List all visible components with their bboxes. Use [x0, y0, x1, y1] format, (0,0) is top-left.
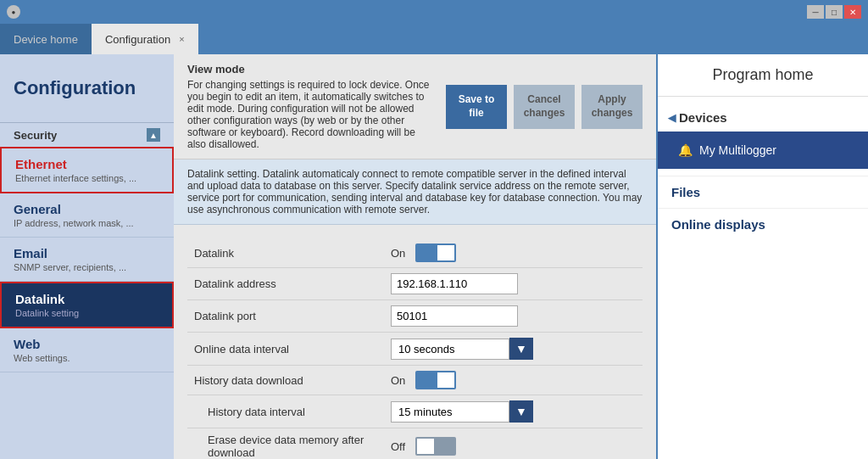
security-section-header: Security ▲ — [0, 122, 174, 147]
config-title: Configuration — [0, 54, 174, 122]
online-interval-value: 10 seconds — [391, 339, 509, 360]
tab-device-home-label: Device home — [14, 33, 78, 46]
devices-label: Devices — [679, 110, 727, 125]
my-multilogger-label: My Multilogger — [699, 143, 776, 157]
setting-value-datalink-address — [391, 273, 643, 294]
close-button[interactable]: ✕ — [844, 5, 861, 19]
sidebar-item-email-title: Email — [14, 246, 160, 260]
main-container: Configuration Security ▲ Ethernet Ethern… — [0, 54, 868, 459]
title-bar: ● ─ □ ✕ — [0, 0, 868, 24]
history-download-toggle-value: On — [391, 374, 405, 387]
title-bar-left: ● — [7, 5, 20, 19]
history-download-toggle-thumb — [437, 372, 454, 388]
datalink-toggle-thumb — [437, 245, 454, 260]
online-interval-dropdown: 10 seconds ▼ — [391, 338, 533, 360]
setting-value-datalink: On — [391, 243, 643, 262]
setting-value-history-interval: 15 minutes ▼ — [391, 400, 643, 423]
erase-data-toggle[interactable] — [415, 437, 456, 456]
app-icon: ● — [7, 5, 20, 19]
history-interval-dropdown: 15 minutes ▼ — [391, 400, 533, 423]
sidebar-item-ethernet-title: Ethernet — [15, 157, 159, 171]
setting-value-datalink-port — [391, 305, 643, 327]
setting-value-history-download: On — [391, 371, 643, 389]
online-interval-arrow[interactable]: ▼ — [509, 338, 533, 360]
devices-arrow-icon: ◀ — [668, 112, 676, 124]
erase-data-toggle-value: Off — [391, 440, 405, 453]
setting-row-erase-data: Erase device data memory after download … — [187, 428, 643, 459]
setting-value-online-interval: 10 seconds ▼ — [391, 338, 643, 360]
view-mode-description: For changing settings is required to loc… — [187, 79, 429, 150]
setting-row-datalink-port: Datalink port — [187, 300, 643, 333]
setting-label-online-interval: Online data interval — [187, 343, 391, 355]
cancel-changes-button[interactable]: Cancelchanges — [514, 85, 575, 129]
right-item-my-multilogger[interactable]: 🔔 My Multilogger — [658, 132, 868, 169]
setting-label-erase-data: Erase device data memory after download — [187, 434, 391, 459]
sidebar-item-web-sub: Web settings. — [14, 353, 160, 363]
bell-icon: 🔔 — [678, 143, 693, 157]
tab-configuration-label: Configuration — [105, 33, 170, 46]
sidebar-item-email[interactable]: Email SNMP server, recipients, ... — [0, 238, 174, 282]
history-download-toggle[interactable] — [415, 371, 456, 389]
right-panel: Program home ◀ Devices 🔔 My Multilogger … — [656, 54, 868, 459]
view-mode-title: View mode — [187, 63, 436, 76]
setting-label-datalink-port: Datalink port — [187, 310, 391, 322]
setting-label-history-interval: History data interval — [187, 406, 391, 418]
online-displays-label: Online displays — [671, 217, 765, 232]
setting-value-erase-data: Off — [391, 437, 643, 456]
sidebar-item-web-title: Web — [14, 337, 160, 351]
content-area: View mode For changing settings is requi… — [174, 54, 656, 459]
tab-device-home[interactable]: Device home — [0, 24, 92, 54]
right-nav-online-displays[interactable]: Online displays — [658, 208, 868, 240]
program-home-title: Program home — [658, 54, 868, 97]
sidebar-item-datalink-sub: Datalink setting — [15, 308, 159, 318]
sidebar-items: Ethernet Ethernet interface settings, ..… — [0, 147, 174, 459]
setting-label-history-download: History data download — [187, 374, 391, 387]
right-nav-files[interactable]: Files — [658, 176, 868, 208]
sidebar-item-ethernet-sub: Ethernet interface settings, ... — [15, 173, 159, 183]
sidebar-item-general-sub: IP address, network mask, ... — [14, 218, 160, 228]
security-label-text: Security — [14, 129, 57, 142]
description-bar: Datalink setting. Datalink automaticaly … — [174, 160, 656, 225]
history-interval-value: 15 minutes — [391, 401, 509, 423]
title-bar-controls: ─ □ ✕ — [807, 5, 861, 19]
setting-row-datalink: Datalink On — [187, 238, 643, 268]
sidebar-item-datalink-title: Datalink — [15, 292, 159, 306]
save-to-file-button[interactable]: Save tofile — [446, 85, 507, 129]
view-mode-text: View mode For changing settings is requi… — [187, 63, 436, 150]
files-label: Files — [671, 185, 700, 199]
action-buttons: Save tofile Cancelchanges Applychanges — [446, 63, 643, 150]
setting-label-datalink: Datalink — [187, 247, 391, 260]
setting-row-history-interval: History data interval 15 minutes ▼ — [187, 395, 643, 428]
tab-bar: Device home Configuration × — [0, 24, 868, 54]
tab-close-icon[interactable]: × — [179, 34, 184, 44]
tab-configuration[interactable]: Configuration × — [92, 24, 198, 54]
apply-changes-button[interactable]: Applychanges — [581, 85, 643, 129]
right-devices-section: ◀ Devices 🔔 My Multilogger — [658, 97, 868, 176]
setting-label-datalink-address: Datalink address — [187, 277, 391, 290]
description-text: Datalink setting. Datalink automaticaly … — [187, 168, 642, 216]
history-interval-arrow[interactable]: ▼ — [509, 400, 533, 423]
setting-row-online-interval: Online data interval 10 seconds ▼ — [187, 333, 643, 366]
erase-data-toggle-thumb — [417, 439, 434, 454]
setting-row-history-download: History data download On — [187, 366, 643, 395]
sidebar-item-datalink[interactable]: Datalink Datalink setting — [0, 282, 174, 328]
datalink-address-input[interactable] — [391, 273, 518, 294]
right-devices-header[interactable]: ◀ Devices — [658, 104, 868, 132]
maximize-button[interactable]: □ — [826, 5, 843, 19]
setting-row-datalink-address: Datalink address — [187, 268, 643, 300]
top-bar: View mode For changing settings is requi… — [174, 54, 656, 160]
datalink-toggle-value: On — [391, 247, 405, 260]
settings-content: Datalink On Datalink address Datalink po… — [174, 225, 656, 459]
sidebar-item-general-title: General — [14, 202, 160, 216]
collapse-button[interactable]: ▲ — [147, 128, 160, 142]
sidebar-item-web[interactable]: Web Web settings. — [0, 328, 174, 372]
datalink-toggle[interactable] — [415, 243, 456, 262]
sidebar-item-general[interactable]: General IP address, network mask, ... — [0, 193, 174, 238]
datalink-port-input[interactable] — [391, 305, 518, 327]
minimize-button[interactable]: ─ — [807, 5, 824, 19]
sidebar-item-email-sub: SNMP server, recipients, ... — [14, 262, 160, 272]
sidebar-item-ethernet[interactable]: Ethernet Ethernet interface settings, ..… — [0, 147, 174, 193]
left-panel: Configuration Security ▲ Ethernet Ethern… — [0, 54, 174, 459]
